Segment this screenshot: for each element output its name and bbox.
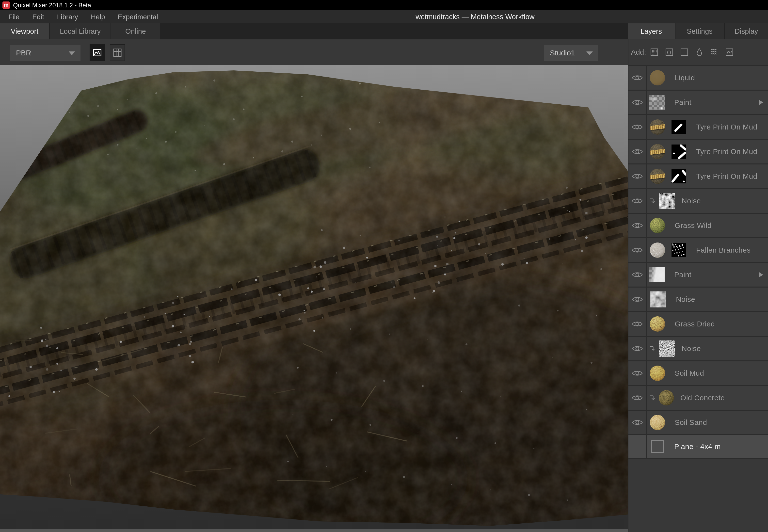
layer-thumb-noise-soft[interactable]	[650, 291, 666, 307]
layer-visibility-toggle[interactable]	[628, 411, 646, 434]
layer-thumb-liquid[interactable]	[650, 70, 665, 85]
add-curve-square-icon[interactable]	[725, 48, 734, 56]
square-icon	[680, 48, 688, 56]
layer-row-grass-dried-10[interactable]: Grass Dried	[628, 311, 768, 336]
triangle-right-icon[interactable]	[759, 272, 763, 277]
eye-icon	[632, 296, 643, 303]
layer-row-old-concrete-13[interactable]: Old Concrete	[628, 385, 768, 410]
layer-mask-tyre-track-mask-3[interactable]	[672, 169, 686, 183]
layer-thumb-tyre-sphere[interactable]	[650, 119, 665, 135]
studio-environment-dropdown[interactable]: Studio1	[544, 45, 598, 61]
layer-row-soil-mud-12[interactable]: Soil Mud	[628, 360, 768, 385]
layer-visibility-toggle[interactable]	[628, 263, 646, 287]
eye-icon	[632, 345, 643, 352]
menu-item-experimental[interactable]: Experimental	[112, 10, 164, 23]
layer-visibility-toggle[interactable]	[628, 337, 646, 360]
layer-row-fallen-branches-7[interactable]: Fallen Branches	[628, 237, 768, 262]
tab-layers[interactable]: Layers	[628, 23, 675, 39]
layer-name: Tyre Print On Mud	[696, 147, 757, 156]
tab-viewport[interactable]: Viewport	[0, 23, 49, 39]
noise-texture-thumb	[650, 119, 665, 135]
layer-visibility-toggle[interactable]	[628, 238, 646, 262]
add-waves-icon[interactable]	[710, 48, 719, 56]
tab-online[interactable]: Online	[111, 23, 160, 39]
add-droplet-icon[interactable]	[695, 48, 704, 56]
add-circle-square-icon[interactable]	[665, 48, 673, 56]
layer-row-tyre-print-on-mud-2[interactable]: Tyre Print On Mud	[628, 114, 768, 139]
layer-visibility-toggle[interactable]	[628, 115, 646, 139]
layer-name: Fallen Branches	[696, 246, 751, 254]
layer-thumb-grass-wild[interactable]	[650, 218, 665, 233]
chevron-down-icon	[586, 51, 593, 55]
add-layer-buttons	[650, 39, 734, 65]
material-preview-button[interactable]	[90, 44, 105, 61]
layer-row-liquid-0[interactable]: Liquid	[628, 65, 768, 90]
layer-thumb-plane[interactable]	[651, 440, 664, 453]
layer-row-noise-11[interactable]: Noise	[628, 336, 768, 360]
layer-row-noise-9[interactable]: Noise	[628, 287, 768, 311]
layer-thumb-old-concrete[interactable]	[659, 390, 674, 405]
layer-thumb-tyre-sphere[interactable]	[650, 169, 665, 184]
layer-visibility-toggle[interactable]	[628, 386, 646, 410]
tab-display[interactable]: Display	[725, 23, 768, 39]
layer-thumb-soil-mud[interactable]	[650, 366, 665, 381]
add-square-icon[interactable]	[680, 48, 688, 56]
menu-item-library[interactable]: Library	[50, 10, 84, 23]
pbr-mode-value: PBR	[16, 49, 31, 57]
triangle-right-icon[interactable]	[759, 100, 763, 105]
layer-visibility-toggle[interactable]	[628, 140, 646, 163]
pbr-mode-dropdown[interactable]: PBR	[10, 45, 80, 61]
layer-visibility-toggle[interactable]	[628, 189, 646, 213]
layer-row-tyre-print-on-mud-4[interactable]: Tyre Print On Mud	[628, 163, 768, 188]
layer-visibility-toggle[interactable]	[628, 312, 646, 336]
tyre-track-mask-2	[672, 145, 686, 159]
layer-name: Noise	[682, 344, 701, 353]
layer-row-noise-5[interactable]: Noise	[628, 188, 768, 213]
layer-visibility-toggle[interactable]	[628, 288, 646, 311]
branch-scatter-mask	[672, 243, 686, 257]
tyre-track-mask-3	[672, 169, 686, 183]
layer-name: Noise	[682, 197, 701, 205]
layer-thumb-paint-white[interactable]	[649, 267, 665, 282]
viewport-tabs: ViewportLocal LibraryOnline	[0, 23, 160, 39]
viewport-3d[interactable]	[0, 65, 628, 532]
layer-row-soil-sand-14[interactable]: Soil Sand	[628, 410, 768, 434]
window-title: Quixel Mixer 2018.1.2 - Beta	[13, 2, 91, 9]
layer-thumb-tyre-sphere[interactable]	[650, 144, 665, 159]
eye-icon	[632, 173, 643, 180]
paint-strokes	[649, 95, 665, 110]
layer-visibility-toggle[interactable]	[628, 361, 646, 385]
add-grid-dots-icon[interactable]	[650, 48, 658, 56]
panel-separator	[628, 39, 628, 65]
noise-texture-thumb	[650, 218, 665, 233]
menu-item-file[interactable]: File	[2, 10, 26, 23]
layer-row-plane-4x4-m-15[interactable]: Plane - 4x4 m	[628, 434, 768, 459]
layer-row-paint-1[interactable]: Paint	[628, 90, 768, 114]
menu-item-edit[interactable]: Edit	[26, 10, 50, 23]
layer-thumb-branches-sphere[interactable]	[650, 242, 665, 258]
layer-thumb-soil-sand[interactable]	[650, 415, 665, 430]
clip-mask-indicator	[649, 198, 656, 204]
layer-name: Grass Wild	[675, 221, 712, 230]
tab-local-library[interactable]: Local Library	[50, 23, 111, 39]
layer-thumb-grass-dried[interactable]	[650, 316, 665, 332]
layer-row-paint-8[interactable]: Paint	[628, 262, 768, 287]
layer-visibility-toggle[interactable]	[628, 91, 646, 114]
layer-row-content: Tyre Print On Mud	[647, 115, 768, 139]
layer-visibility-toggle[interactable]	[628, 214, 646, 237]
grid-view-button[interactable]	[110, 44, 125, 61]
layer-thumb-paint-clear[interactable]	[649, 95, 665, 110]
layer-visibility-toggle[interactable]	[628, 164, 646, 188]
curve-square-icon	[725, 48, 734, 56]
layer-name: Plane - 4x4 m	[674, 442, 721, 451]
layer-mask-tyre-track-mask-2[interactable]	[672, 145, 686, 159]
layer-mask-tyre-track-mask-1[interactable]	[672, 120, 686, 134]
layer-mask-branch-scatter-mask[interactable]	[672, 243, 686, 257]
tab-settings[interactable]: Settings	[675, 23, 724, 39]
menu-item-help[interactable]: Help	[84, 10, 112, 23]
layer-visibility-toggle[interactable]	[628, 66, 646, 90]
layer-thumb-noise-fine[interactable]	[659, 340, 675, 357]
layer-row-grass-wild-6[interactable]: Grass Wild	[628, 213, 768, 237]
layer-row-tyre-print-on-mud-3[interactable]: Tyre Print On Mud	[628, 139, 768, 163]
layer-thumb-noise-cloud[interactable]	[659, 193, 675, 209]
